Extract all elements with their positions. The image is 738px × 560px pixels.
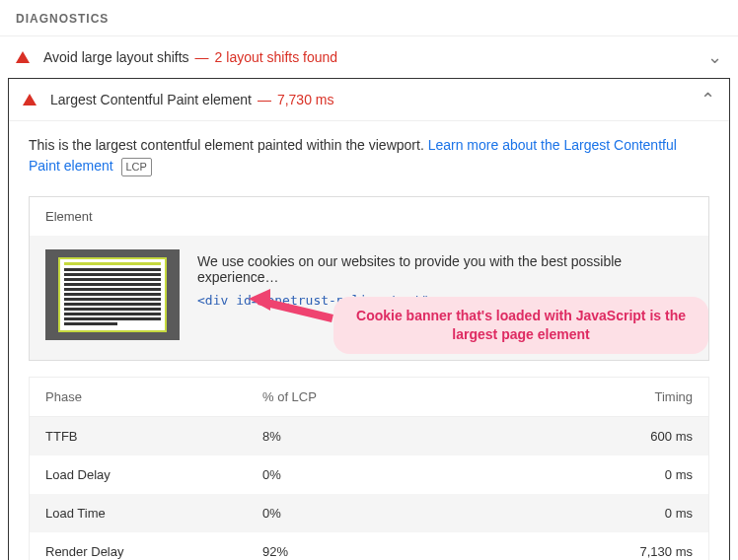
arrow-icon	[249, 289, 337, 334]
table-row: TTFB 8% 600 ms	[30, 417, 708, 455]
audit-panel-expanded: Largest Contentful Paint element — 7,730…	[8, 78, 730, 560]
svg-marker-0	[249, 289, 270, 311]
description-text: This is the largest contentful element p…	[29, 137, 428, 153]
cell-phase: Load Delay	[45, 467, 262, 482]
dash: —	[258, 92, 271, 107]
cell-phase: Render Delay	[45, 544, 262, 559]
chevron-up-icon: ⌃	[701, 91, 715, 108]
audit-row-expanded[interactable]: Largest Contentful Paint element — 7,730…	[9, 79, 729, 121]
col-header-pct: % of LCP	[262, 389, 401, 404]
table-row: Load Delay 0% 0 ms	[30, 455, 708, 494]
table-header: Phase % of LCP Timing	[30, 378, 708, 417]
cell-phase: TTFB	[45, 429, 262, 444]
element-box: Element We use cookies on our websites t…	[29, 196, 709, 361]
audit-row-collapsed[interactable]: Avoid large layout shifts — 2 layout shi…	[0, 35, 738, 78]
warning-triangle-icon	[23, 94, 37, 105]
cell-timing: 7,130 ms	[401, 544, 693, 559]
phase-table: Phase % of LCP Timing TTFB 8% 600 ms Loa…	[29, 377, 709, 560]
table-row: Render Delay 92% 7,130 ms	[30, 532, 708, 560]
element-body: We use cookies on our websites to provid…	[30, 236, 708, 360]
cell-phase: Load Time	[45, 506, 262, 521]
element-thumbnail	[45, 249, 180, 340]
dash: —	[195, 49, 209, 65]
annotation-callout: Cookie banner that's loaded with JavaScr…	[333, 297, 708, 354]
cell-pct: 92%	[262, 544, 401, 559]
cell-timing: 0 ms	[401, 467, 693, 482]
cell-pct: 0%	[262, 506, 401, 521]
cell-timing: 0 ms	[401, 506, 693, 521]
cell-timing: 600 ms	[401, 429, 693, 444]
annotation: Cookie banner that's loaded with JavaScr…	[333, 297, 708, 354]
audit-title: Avoid large layout shifts	[43, 49, 189, 65]
audit-metric: 7,730 ms	[277, 92, 334, 107]
table-row: Load Time 0% 0 ms	[30, 494, 708, 532]
element-header: Element	[30, 197, 708, 236]
lcp-badge: LCP	[121, 158, 152, 176]
audit-title: Largest Contentful Paint element	[50, 92, 252, 107]
warning-triangle-icon	[16, 51, 30, 63]
element-text: We use cookies on our websites to provid…	[197, 253, 693, 285]
audit-description: This is the largest contentful element p…	[9, 121, 729, 180]
col-header-timing: Timing	[401, 389, 693, 404]
chevron-down-icon: ⌄	[707, 48, 722, 66]
section-heading: DIAGNOSTICS	[0, 0, 738, 35]
cell-pct: 0%	[262, 467, 401, 482]
audit-metric: 2 layout shifts found	[215, 49, 338, 65]
cell-pct: 8%	[262, 429, 401, 444]
col-header-phase: Phase	[45, 389, 262, 404]
